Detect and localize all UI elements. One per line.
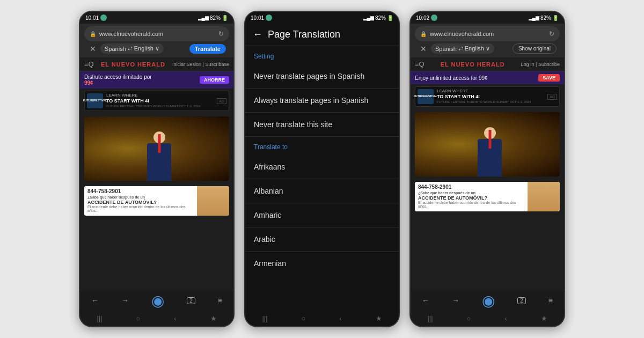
recent-btn-mid[interactable]: |||: [262, 314, 267, 322]
lang-armenian[interactable]: Armenian: [245, 252, 399, 275]
browser-toolbar-right: ✕ Spanish ⇌ English ∨ Show original: [415, 41, 560, 55]
ad-logo-left: FUTURE FESTIVAL: [87, 93, 103, 108]
status-time-left: 10:01: [85, 15, 99, 21]
menu-icon-left[interactable]: ≡Q: [84, 60, 94, 68]
translate-button-left[interactable]: Translate: [189, 44, 226, 54]
always-translate-spanish[interactable]: Always translate pages in Spanish: [245, 89, 399, 113]
nav-bar-right: ← → ◉ 2 ≡: [411, 291, 564, 310]
forward-btn-left[interactable]: →: [121, 296, 129, 305]
back-android-mid[interactable]: ‹: [339, 314, 341, 322]
site-logo-right: ≡Q: [415, 60, 425, 68]
home-android-mid[interactable]: ○: [302, 314, 306, 322]
middle-phone: 10:01 ▂▄▆ 82% 🔋 ← Page Translation Setti…: [244, 11, 400, 327]
reload-icon-right[interactable]: ↻: [549, 30, 554, 38]
tabs-btn-left[interactable]: 2: [187, 297, 195, 304]
close-btn-right[interactable]: ✕: [418, 45, 429, 53]
person-body-left: [147, 143, 171, 181]
back-android-left[interactable]: ‹: [174, 314, 176, 322]
battery-icon-left: 🔋: [222, 15, 228, 21]
lang-selector-right[interactable]: Spanish ⇌ English ∨: [431, 43, 494, 54]
home-btn-right[interactable]: ◉: [482, 292, 495, 310]
lang-afrikaans[interactable]: Afrikaans: [245, 155, 399, 179]
assist-btn-right[interactable]: ★: [541, 314, 547, 322]
status-time-middle: 10:01: [251, 15, 264, 21]
home-android-left[interactable]: ○: [136, 314, 141, 322]
page-content-right: ≡Q EL NUEVO HERALD Log In | Subscribe En…: [411, 57, 564, 291]
back-btn-left[interactable]: ←: [91, 296, 99, 305]
recent-btn-right[interactable]: |||: [427, 314, 433, 322]
promo-banner-right: Enjoy unlimited access for 99¢ SAVE: [411, 71, 564, 84]
close-btn-left[interactable]: ✕: [87, 45, 98, 53]
menu-icon-right[interactable]: ≡Q: [415, 60, 425, 68]
menu-btn-left[interactable]: ≡: [218, 296, 222, 305]
status-left: 10:01: [85, 14, 107, 21]
lawyer-img-right: [528, 182, 560, 211]
site-nav-left: Iniciar Sesion | Suscribase: [172, 62, 229, 67]
battery-left: 82%: [210, 15, 221, 21]
back-arrow-middle[interactable]: ←: [253, 29, 262, 40]
left-phone: 10:01 ▂▄▆ 82% 🔋 🔒 www.elnuevoherald.com …: [79, 11, 235, 327]
lawyer-sub-right: El accidente debe haber ocurrido dentro …: [418, 201, 524, 208]
ad-logo-right: FUTURE FESTIVAL: [418, 89, 434, 104]
lang-selector-left[interactable]: Spanish ⇌ English ∨: [100, 43, 164, 54]
ad-banner-left: FUTURE FESTIVAL LEARN WHERE TO START WIT…: [84, 91, 229, 111]
setting-section: Setting: [245, 46, 399, 64]
ad-banner-right: FUTURE FESTIVAL LEARN WHERE TO START WIT…: [415, 86, 560, 107]
back-btn-right[interactable]: ←: [422, 296, 429, 305]
forward-btn-right[interactable]: →: [452, 296, 459, 305]
menu-btn-right[interactable]: ≡: [548, 296, 553, 305]
right-phone: 10:02 ▂▄▆ 82% 🔋 🔒 www.elnuevoherald.com …: [409, 11, 565, 327]
status-time-right: 10:02: [416, 15, 429, 21]
site-name-left: EL NUEVO HERALD: [101, 61, 165, 68]
android-nav-left: ||| ○ ‹ ★: [80, 310, 233, 326]
person-body-right: [478, 139, 502, 177]
url-bar-right[interactable]: 🔒 www.elnuevoherald.com ↻: [415, 26, 560, 41]
assist-btn-left[interactable]: ★: [210, 314, 217, 322]
site-header-right: ≡Q EL NUEVO HERALD Log In | Subscribe: [411, 57, 564, 71]
lang-albanian[interactable]: Albanian: [245, 179, 399, 203]
nav-bar-left: ← → ◉ 2 ≡: [80, 291, 233, 310]
lawyer-ad-text-right: 844-758-2901 ¿Sabe que hacer después de …: [415, 182, 528, 211]
promo-btn-left[interactable]: AHORRE: [200, 76, 229, 84]
url-bar-left[interactable]: 🔒 www.elnuevoherald.com ↻: [84, 26, 229, 41]
tabs-btn-right[interactable]: 2: [517, 297, 526, 304]
setting-label: Setting: [254, 53, 390, 60]
reload-icon-left[interactable]: ↻: [218, 30, 224, 38]
signal-icon-mid: ▂▄▆: [363, 15, 374, 20]
ad-text-right: LEARN WHERE TO START WITH 4I FUTURE FEST…: [437, 89, 531, 105]
promo-accent-left: 99¢: [84, 80, 93, 86]
lang-arabic[interactable]: Arabic: [245, 227, 399, 252]
panel-spacer: [245, 275, 399, 310]
status-avatar-mid: [266, 14, 272, 21]
panel-title: Page Translation: [268, 29, 340, 40]
lang-to-right: English ∨: [465, 45, 490, 52]
site-header-left: ≡Q EL NUEVO HERALD Iniciar Sesion | Susc…: [80, 57, 233, 71]
recent-btn-left[interactable]: |||: [97, 314, 102, 322]
assist-btn-mid[interactable]: ★: [376, 314, 382, 322]
battery-mid: 82%: [375, 15, 386, 21]
lawyer-title-left: ¿Sabe que hacer después de un ACCIDENTE …: [87, 194, 194, 205]
never-translate-spanish[interactable]: Never translate pages in Spanish: [245, 64, 399, 89]
never-translate-site[interactable]: Never translate this site: [245, 113, 399, 137]
home-android-right[interactable]: ○: [467, 314, 471, 322]
status-avatar-right: [431, 14, 437, 21]
battery-icon-mid: 🔋: [387, 15, 393, 21]
back-android-right[interactable]: ‹: [504, 314, 507, 322]
site-nav-right: Log In | Subscribe: [521, 62, 560, 67]
browser-chrome-right: 🔒 www.elnuevoherald.com ↻ ✕ Spanish ⇌ En…: [411, 24, 564, 57]
translate-to-section: Translate to: [245, 137, 399, 155]
lawyer-title-right: ¿Sabe que hacer después de un ACCIDENTE …: [418, 190, 524, 201]
status-bar-left: 10:01 ▂▄▆ 82% 🔋: [80, 12, 233, 24]
lang-from-left: Spanish: [105, 46, 126, 52]
video-person-right: [478, 127, 502, 177]
status-right-left: ▂▄▆ 82% 🔋: [198, 15, 228, 21]
lawyer-sub-left: El accidente debe haber ocurrido dentro …: [87, 205, 194, 212]
show-original-btn[interactable]: Show original: [513, 43, 557, 54]
lawyer-ad-left: 844-758-2901 ¿Sabe que hacer después de …: [84, 186, 229, 216]
promo-btn-right[interactable]: SAVE: [538, 74, 560, 82]
video-thumb-left: [84, 116, 229, 181]
lang-amharic[interactable]: Amharic: [245, 203, 399, 227]
home-btn-left[interactable]: ◉: [151, 292, 164, 310]
page-content-left: ≡Q EL NUEVO HERALD Iniciar Sesion | Susc…: [80, 57, 233, 291]
lawyer-phone-right: 844-758-2901: [418, 184, 524, 190]
